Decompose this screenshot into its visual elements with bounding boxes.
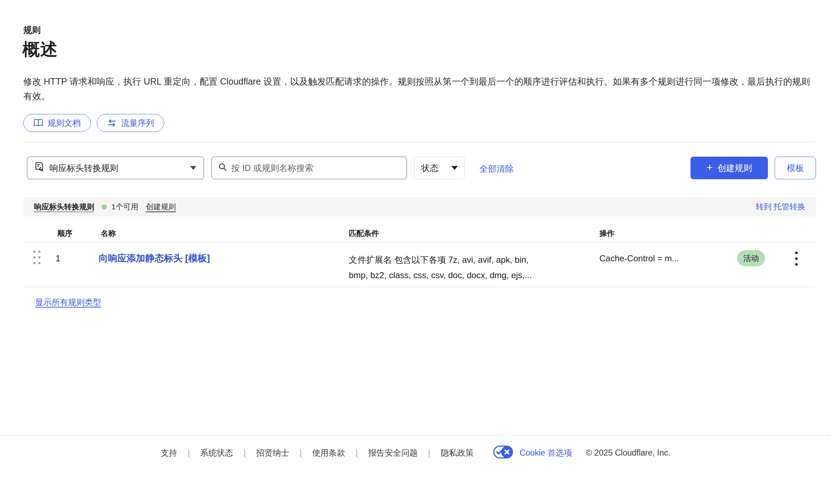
rule-type-selected-value: 响应标头转换规则 bbox=[49, 162, 118, 174]
list-header-bar: 响应标头转换规则 1个可用 创建规则 转到 托管转换 bbox=[23, 197, 816, 217]
book-icon bbox=[33, 119, 43, 127]
rule-search-input[interactable]: 按 ID 或规则名称搜索 bbox=[212, 157, 407, 179]
footer: 支持| 系统状态| 招贤纳士| 使用条款| 报告安全问题| 隐私政策 Cooki… bbox=[0, 436, 831, 460]
footer-separator: | bbox=[187, 448, 190, 458]
chevron-down-icon bbox=[451, 166, 458, 170]
header-actions: 规则文档 流量序列 bbox=[23, 114, 164, 132]
templates-button[interactable]: 模板 bbox=[775, 157, 816, 179]
rules-docs-label: 规则文档 bbox=[48, 118, 81, 129]
rule-order: 1 bbox=[56, 253, 60, 263]
status-badge: 活动 bbox=[737, 250, 765, 266]
rule-name-link[interactable]: 向响应添加静态标头 [模板] bbox=[99, 252, 210, 265]
footer-link-support[interactable]: 支持 bbox=[161, 447, 177, 458]
footer-separator: | bbox=[356, 448, 358, 458]
rules-overview-page: 规则 概述 修改 HTTP 请求和响应，执行 URL 重定向，配置 Cloudf… bbox=[0, 0, 831, 504]
list-title: 响应标头转换规则 bbox=[34, 202, 94, 212]
footer-link-terms[interactable]: 使用条款 bbox=[312, 447, 345, 458]
rule-action-value: Cache-Control = m... bbox=[599, 253, 679, 263]
footer-link-status[interactable]: 系统状态 bbox=[200, 447, 233, 458]
clear-all-link[interactable]: 全部清除 bbox=[479, 163, 514, 175]
page-title: 概述 bbox=[23, 38, 58, 61]
footer-separator: | bbox=[428, 448, 430, 458]
swap-arrows-icon bbox=[107, 119, 117, 127]
rule-type-select[interactable]: 响应标头转换规则 bbox=[27, 157, 204, 179]
rules-docs-button[interactable]: 规则文档 bbox=[23, 114, 91, 132]
cookie-consent-icon[interactable] bbox=[493, 446, 513, 460]
column-header-name: 名称 bbox=[101, 228, 116, 238]
status-filter-dropdown[interactable]: 状态 bbox=[414, 157, 465, 179]
drag-handle-icon[interactable] bbox=[33, 251, 41, 264]
search-placeholder: 按 ID 或规则名称搜索 bbox=[231, 162, 313, 174]
table-row-divider bbox=[23, 287, 816, 287]
create-rule-label: 创建规则 bbox=[717, 162, 752, 174]
rule-match-condition: 文件扩展名 包含以下各项 7z, avi, avif, apk, bin, bm… bbox=[349, 252, 582, 283]
create-rule-button[interactable]: + 创建规则 bbox=[690, 157, 768, 179]
section-divider bbox=[23, 142, 816, 142]
availability-dot-icon bbox=[101, 204, 107, 210]
section-eyebrow: 规则 bbox=[23, 24, 41, 36]
goto-managed-transforms-link[interactable]: 转到 托管转换 bbox=[756, 201, 805, 212]
footer-separator: | bbox=[300, 448, 302, 458]
plus-icon: + bbox=[707, 162, 713, 173]
copyright-text: © 2025 Cloudflare, Inc. bbox=[586, 448, 670, 458]
page-description: 修改 HTTP 请求和响应，执行 URL 重定向，配置 Cloudflare 设… bbox=[23, 74, 812, 104]
row-menu-kebab-icon[interactable] bbox=[794, 250, 799, 267]
footer-link-report[interactable]: 报告安全问题 bbox=[368, 447, 418, 458]
table-header-divider bbox=[23, 242, 816, 243]
search-icon bbox=[218, 163, 227, 173]
traffic-sequence-label: 流量序列 bbox=[121, 118, 154, 129]
footer-link-careers[interactable]: 招贤纳士 bbox=[256, 447, 289, 458]
availability-count: 1个可用 bbox=[111, 202, 138, 212]
column-header-condition: 匹配条件 bbox=[349, 228, 379, 238]
show-all-rule-types-link[interactable]: 显示所有规则类型 bbox=[35, 297, 101, 308]
bar-create-rule-link[interactable]: 创建规则 bbox=[146, 202, 176, 212]
chevron-down-icon bbox=[190, 166, 196, 170]
column-header-action: 操作 bbox=[599, 228, 614, 238]
rule-doc-wrench-icon bbox=[34, 162, 44, 175]
cookie-preferences-link[interactable]: Cookie 首选项 bbox=[519, 447, 572, 458]
footer-separator: | bbox=[243, 448, 246, 458]
footer-link-privacy[interactable]: 隐私政策 bbox=[441, 447, 474, 458]
templates-label: 模板 bbox=[787, 162, 804, 174]
status-filter-label: 状态 bbox=[421, 162, 438, 174]
traffic-sequence-button[interactable]: 流量序列 bbox=[97, 114, 164, 132]
column-header-order: 顺序 bbox=[57, 228, 72, 238]
